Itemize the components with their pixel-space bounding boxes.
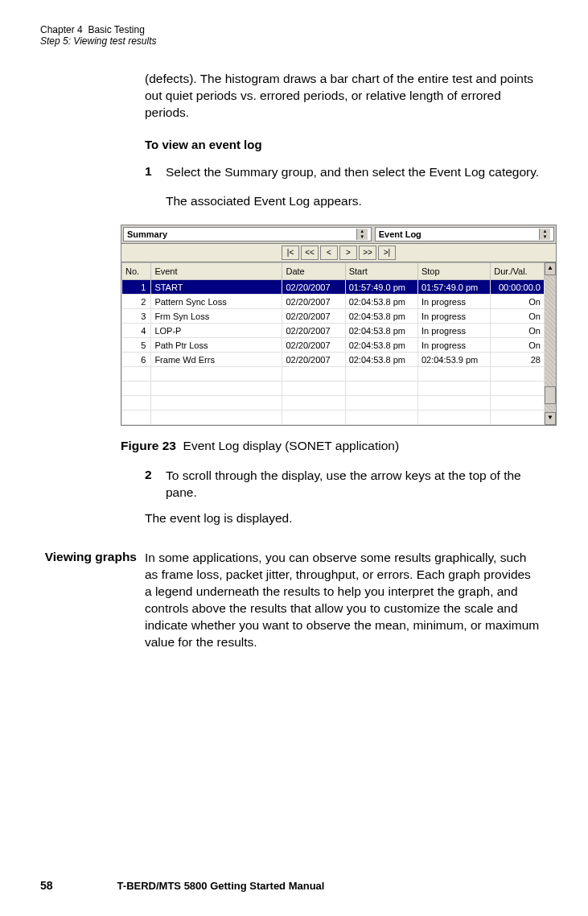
- cell-no: 1: [122, 280, 151, 295]
- group-select[interactable]: Summary ▲ ▼: [123, 227, 372, 241]
- cell-dur: 28: [491, 353, 545, 367]
- scrollbar[interactable]: ▲ ▼: [545, 262, 556, 425]
- step-2-text: To scroll through the display, use the a…: [166, 468, 540, 501]
- eventlog-window: Summary ▲ ▼ Event Log ▲ ▼ |< << <: [121, 225, 557, 426]
- cell-date: 02/20/2007: [282, 280, 345, 295]
- step-1: 1 Select the Summary group, and then sel…: [145, 164, 540, 181]
- procedure-heading: To view an event log: [145, 138, 540, 151]
- chapter-title: Basic Testing: [88, 24, 144, 35]
- cell-date: 02/20/2007: [282, 309, 345, 324]
- cell-event: Pattern Sync Loss: [151, 295, 282, 309]
- viewing-graphs-body: In some applications, you can observe so…: [145, 550, 540, 651]
- header-chapter: Chapter 4 Basic Testing: [40, 24, 540, 35]
- cell-start: 02:04:53.8 pm: [345, 295, 417, 309]
- chapter-label: Chapter 4: [40, 24, 83, 35]
- cell-no: 6: [122, 353, 151, 367]
- footer-title: T-BERD/MTS 5800 Getting Started Manual: [117, 880, 325, 892]
- last-button[interactable]: >|: [378, 246, 396, 260]
- col-dur[interactable]: Dur./Val.: [491, 263, 545, 280]
- category-select[interactable]: Event Log ▲ ▼: [375, 227, 554, 241]
- cell-dur: On: [491, 338, 545, 353]
- cell-start: 02:04:53.8 pm: [345, 338, 417, 353]
- scroll-thumb[interactable]: [545, 386, 556, 404]
- viewing-graphs-heading: Viewing graphs: [40, 550, 137, 651]
- cell-dur: On: [491, 309, 545, 324]
- cell-date: 02/20/2007: [282, 324, 345, 338]
- prev-page-button[interactable]: <<: [301, 246, 319, 260]
- intro-paragraph: (defects). The histogram draws a bar cha…: [145, 71, 540, 122]
- spinner-icon[interactable]: ▲ ▼: [539, 229, 550, 240]
- table-row[interactable]: 6Frame Wd Errs02/20/200702:04:53.8 pm02:…: [122, 353, 545, 367]
- figure-screenshot: Summary ▲ ▼ Event Log ▲ ▼ |< << <: [121, 225, 540, 426]
- cell-start: 02:04:53.8 pm: [345, 353, 417, 367]
- step-1-result: The associated Event Log appears.: [166, 193, 540, 210]
- cell-date: 02/20/2007: [282, 338, 345, 353]
- cell-stop: 01:57:49.0 pm: [417, 280, 490, 295]
- cell-start: 01:57:49.0 pm: [345, 280, 417, 295]
- prev-button[interactable]: <: [320, 246, 338, 260]
- col-event[interactable]: Event: [151, 263, 282, 280]
- cell-stop: In progress: [417, 324, 490, 338]
- table-header-row: No. Event Date Start Stop Dur./Val.: [122, 263, 545, 280]
- chevron-down-icon[interactable]: ▼: [356, 234, 368, 240]
- category-select-value: Event Log: [379, 229, 421, 239]
- table-row[interactable]: 3Frm Syn Loss02/20/200702:04:53.8 pmIn p…: [122, 309, 545, 324]
- first-button[interactable]: |<: [282, 246, 299, 260]
- table-row-empty: [122, 411, 545, 425]
- page-number: 58: [40, 879, 53, 892]
- closing-text: The event log is displayed.: [145, 510, 540, 527]
- table-row[interactable]: 1START02/20/200701:57:49.0 pm01:57:49.0 …: [122, 280, 545, 295]
- step-1-text: Select the Summary group, and then selec…: [166, 164, 539, 181]
- cell-stop: In progress: [417, 338, 490, 353]
- scroll-down-icon[interactable]: ▼: [545, 412, 556, 425]
- cell-start: 02:04:53.8 pm: [345, 324, 417, 338]
- cell-start: 02:04:53.8 pm: [345, 309, 417, 324]
- figure-label: Figure 23: [121, 439, 176, 452]
- cell-no: 5: [122, 338, 151, 353]
- cell-event: Frame Wd Errs: [151, 353, 282, 367]
- cell-stop: In progress: [417, 295, 490, 309]
- scroll-up-icon[interactable]: ▲: [545, 262, 556, 275]
- col-stop[interactable]: Stop: [417, 263, 490, 280]
- step-2-number: 2: [145, 468, 156, 501]
- table-row-empty: [122, 382, 545, 396]
- eventlog-table: No. Event Date Start Stop Dur./Val. 1STA…: [121, 262, 545, 425]
- page-footer: 58 T-BERD/MTS 5800 Getting Started Manua…: [40, 879, 540, 892]
- chevron-up-icon[interactable]: ▲: [539, 229, 550, 234]
- step-2: 2 To scroll through the display, use the…: [145, 468, 540, 501]
- cell-dur: 00:00:00.0: [491, 280, 545, 295]
- figure-caption: Figure 23 Event Log display (SONET appli…: [121, 439, 540, 453]
- step-1-number: 1: [145, 164, 156, 181]
- chevron-down-icon[interactable]: ▼: [539, 234, 550, 240]
- cell-dur: On: [491, 295, 545, 309]
- header-step: Step 5: Viewing test results: [40, 35, 540, 47]
- col-start[interactable]: Start: [345, 263, 417, 280]
- viewing-graphs-section: Viewing graphs In some applications, you…: [40, 550, 540, 651]
- table-row[interactable]: 4LOP-P02/20/200702:04:53.8 pmIn progress…: [122, 324, 545, 338]
- cell-no: 4: [122, 324, 151, 338]
- cell-date: 02/20/2007: [282, 353, 345, 367]
- cell-stop: In progress: [417, 309, 490, 324]
- scroll-track[interactable]: [545, 275, 556, 412]
- cell-dur: On: [491, 324, 545, 338]
- next-button[interactable]: >: [339, 246, 357, 260]
- chevron-up-icon[interactable]: ▲: [356, 229, 368, 234]
- spinner-icon[interactable]: ▲ ▼: [356, 229, 368, 240]
- cell-event: START: [151, 280, 282, 295]
- table-row-empty: [122, 396, 545, 411]
- cell-no: 3: [122, 309, 151, 324]
- cell-stop: 02:04:53.9 pm: [417, 353, 490, 367]
- cell-event: Path Ptr Loss: [151, 338, 282, 353]
- table-row[interactable]: 2Pattern Sync Loss02/20/200702:04:53.8 p…: [122, 295, 545, 309]
- next-page-button[interactable]: >>: [359, 246, 376, 260]
- nav-buttons: |< << < > >> >|: [121, 244, 556, 262]
- cell-no: 2: [122, 295, 151, 309]
- table-row-empty: [122, 367, 545, 382]
- table-row[interactable]: 5Path Ptr Loss02/20/200702:04:53.8 pmIn …: [122, 338, 545, 353]
- group-select-value: Summary: [127, 229, 167, 239]
- cell-event: LOP-P: [151, 324, 282, 338]
- cell-event: Frm Syn Loss: [151, 309, 282, 324]
- col-date[interactable]: Date: [282, 263, 345, 280]
- eventlog-combos: Summary ▲ ▼ Event Log ▲ ▼: [121, 225, 556, 244]
- col-no[interactable]: No.: [122, 263, 151, 280]
